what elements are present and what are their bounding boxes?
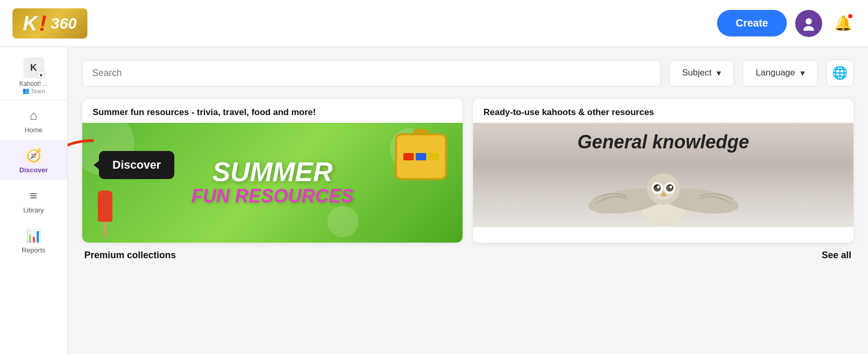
logo-exclaim: !	[39, 12, 46, 34]
logo-badge: K ! 360	[12, 8, 87, 39]
summer-card-image: SUMMER FUN RESOURCES	[82, 123, 463, 243]
chevron-down-icon: ▾	[37, 71, 45, 79]
language-label: Language	[756, 68, 795, 78]
main-layout: K ▾ Kahoot! ... 👥 Team ⌂ Home 🧭 Discover…	[0, 47, 868, 354]
logo-area: K ! 360	[12, 8, 87, 39]
library-icon: ≡	[30, 188, 37, 203]
general-knowledge-card-image: General knowledge	[473, 123, 853, 227]
svg-point-13	[653, 184, 674, 200]
language-chevron-icon: ▾	[800, 68, 805, 79]
search-input[interactable]	[92, 68, 651, 79]
discover-tooltip-overlay: Discover	[99, 151, 174, 179]
bottom-row: Premium collections See all	[82, 243, 853, 261]
owl-illustration	[585, 157, 742, 224]
subject-label: Subject	[682, 68, 712, 78]
sidebar: K ▾ Kahoot! ... 👥 Team ⌂ Home 🧭 Discover…	[0, 47, 68, 354]
sidebar-item-discover-label: Discover	[19, 166, 48, 174]
sidebar-item-discover[interactable]: 🧭 Discover	[0, 140, 67, 180]
language-filter-button[interactable]: Language ▾	[743, 60, 818, 86]
user-icon	[801, 16, 816, 31]
sidebar-item-library[interactable]: ≡ Library	[0, 180, 67, 220]
sidebar-item-library-label: Library	[23, 206, 44, 214]
workspace-team-label: 👥 Team	[22, 87, 45, 94]
compass-icon: 🧭	[26, 148, 42, 163]
cards-row: Summer fun resources - trivia, travel, f…	[82, 99, 853, 243]
header-right: Create 🔔	[717, 10, 856, 37]
subject-chevron-icon: ▾	[717, 68, 721, 79]
search-row: Subject ▾ Language ▾ 🌐	[82, 59, 853, 86]
sidebar-item-home-label: Home	[24, 126, 43, 134]
notification-button[interactable]: 🔔	[831, 11, 856, 36]
sidebar-item-home[interactable]: ⌂ Home	[0, 100, 67, 140]
globe-icon: 🌐	[832, 66, 848, 80]
logo-360: 360	[50, 15, 76, 32]
svg-point-1	[803, 26, 814, 31]
globe-button[interactable]: 🌐	[826, 59, 853, 86]
summer-card-title: Summer fun resources - trivia, travel, f…	[82, 99, 463, 123]
user-avatar-button[interactable]	[795, 10, 822, 37]
discover-tooltip: Discover	[99, 151, 174, 179]
general-knowledge-card-title: Ready-to-use kahoots & other resources	[473, 99, 853, 123]
sidebar-item-reports[interactable]: 📊 Reports	[0, 220, 67, 260]
logo-k: K	[23, 14, 37, 33]
home-icon: ⌂	[30, 108, 37, 123]
summer-text: SUMMER FUN RESOURCES	[191, 158, 353, 207]
workspace-name: Kahoot! ...	[19, 80, 48, 87]
team-icon: 👥	[22, 87, 30, 94]
reports-icon: 📊	[26, 229, 42, 243]
sidebar-item-reports-label: Reports	[22, 246, 46, 254]
notification-badge	[847, 13, 853, 19]
main-content: Subject ▾ Language ▾ 🌐 Summer fun resour…	[68, 47, 868, 354]
workspace-avatar: K ▾	[23, 57, 44, 78]
search-input-wrap	[82, 60, 661, 86]
subject-filter-button[interactable]: Subject ▾	[669, 60, 735, 86]
header: K ! 360 Create 🔔	[0, 0, 868, 47]
workspace-selector[interactable]: K ▾ Kahoot! ... 👥 Team	[0, 52, 67, 100]
see-all-label[interactable]: See all	[822, 250, 851, 261]
premium-collections-label: Premium collections	[84, 250, 176, 261]
general-knowledge-card[interactable]: Ready-to-use kahoots & other resources G…	[473, 99, 853, 243]
create-button[interactable]: Create	[717, 10, 787, 36]
general-knowledge-subtitle: General knowledge	[473, 131, 853, 153]
svg-point-0	[806, 18, 812, 24]
red-arrow-icon	[68, 135, 99, 177]
